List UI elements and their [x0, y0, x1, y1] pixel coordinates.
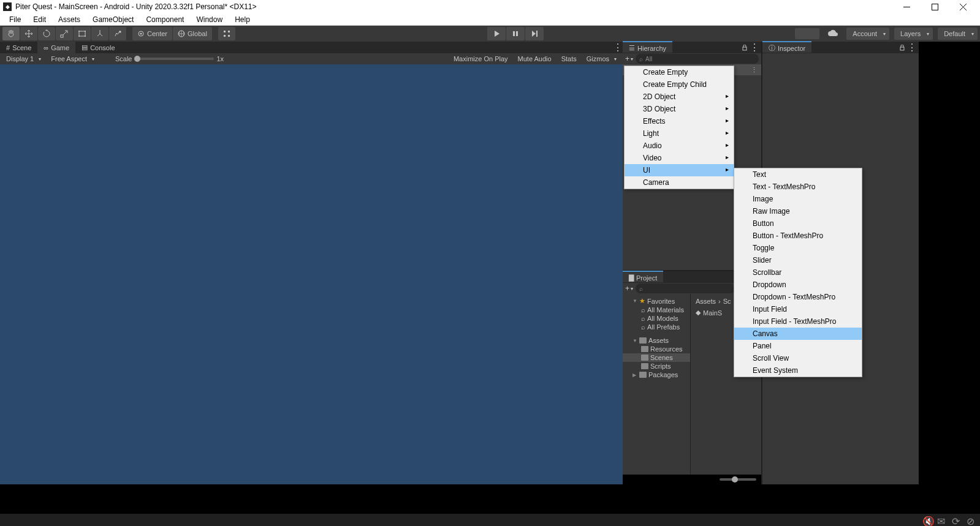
step-button[interactable]	[525, 27, 544, 40]
scale-tool-button[interactable]	[56, 27, 73, 40]
all-prefabs-item[interactable]: ⌕All Prefabs	[623, 323, 690, 331]
ctx-item-text[interactable]: Text	[734, 168, 862, 181]
pivot-center-button[interactable]: Center	[132, 27, 172, 40]
stats-toggle[interactable]: Stats	[558, 55, 580, 62]
panel-menu-button[interactable]: ⋮	[750, 43, 759, 52]
resources-item[interactable]: Resources	[623, 345, 690, 353]
hand-tool-button[interactable]	[2, 27, 20, 40]
ctx-item-effects[interactable]: Effects	[625, 115, 734, 127]
ctx-item-scroll-view[interactable]: Scroll View	[734, 352, 862, 364]
ctx-item-input-field-textmeshpro[interactable]: Input Field - TextMeshPro	[734, 315, 862, 328]
ctx-item-3d-object[interactable]: 3D Object	[625, 103, 734, 115]
menu-edit[interactable]: Edit	[27, 14, 52, 25]
move-tool-button[interactable]	[20, 27, 37, 40]
svg-rect-2	[79, 31, 85, 36]
scripts-item[interactable]: Scripts	[623, 362, 690, 370]
folder-icon	[641, 363, 648, 369]
status-icon-1[interactable]: 🔇	[922, 516, 931, 524]
maximize-on-play-toggle[interactable]: Maximize On Play	[450, 55, 512, 62]
scene-menu-button[interactable]: ⋮	[751, 66, 758, 74]
transform-tool-button[interactable]	[91, 27, 108, 40]
rect-tool-button[interactable]	[74, 27, 91, 40]
maximize-button[interactable]	[921, 0, 949, 13]
ctx-item-2d-object[interactable]: 2D Object	[625, 91, 734, 103]
hierarchy-icon: ☰	[629, 44, 635, 52]
ctx-item-audio[interactable]: Audio	[625, 140, 734, 152]
project-add-button[interactable]: +▾	[625, 284, 633, 293]
panel-menu-button[interactable]: ⋮	[908, 43, 916, 52]
ctx-item-camera[interactable]: Camera	[625, 176, 734, 189]
project-tab[interactable]: ▇ Project	[623, 271, 663, 282]
ctx-item-text-textmeshpro[interactable]: Text - TextMeshPro	[734, 181, 862, 193]
ctx-item-panel[interactable]: Panel	[734, 340, 862, 352]
ctx-item-create-empty-child[interactable]: Create Empty Child	[625, 78, 734, 91]
mute-audio-toggle[interactable]: Mute Audio	[514, 55, 555, 62]
hierarchy-search-input[interactable]: ⌕ All	[636, 54, 759, 64]
ctx-item-button[interactable]: Button	[734, 217, 862, 230]
status-icon-2[interactable]: ✉	[937, 516, 946, 524]
menu-component[interactable]: Component	[140, 14, 190, 25]
hierarchy-tab[interactable]: ☰ Hierarchy	[623, 41, 672, 53]
menu-gameobject[interactable]: GameObject	[86, 14, 140, 25]
ctx-item-create-empty[interactable]: Create Empty	[625, 66, 734, 78]
inspector-tab[interactable]: ⓘ Inspector	[762, 41, 811, 53]
all-models-item[interactable]: ⌕All Models	[623, 314, 690, 323]
scene-file-item[interactable]: MainS	[703, 309, 722, 317]
minimize-button[interactable]	[892, 0, 921, 13]
status-icon-4[interactable]: ⊘	[967, 516, 975, 524]
display-dropdown[interactable]: Display 1	[2, 55, 45, 62]
ctx-item-button-textmeshpro[interactable]: Button - TextMeshPro	[734, 230, 862, 242]
aspect-dropdown[interactable]: Free Aspect	[47, 55, 98, 62]
layers-dropdown[interactable]: Layers	[894, 28, 933, 40]
ctx-item-scrollbar[interactable]: Scrollbar	[734, 266, 862, 279]
console-tab[interactable]: ▤ Console	[75, 42, 121, 53]
all-materials-item[interactable]: ⌕All Materials	[623, 306, 690, 314]
window-title: Piter Quest - MainScreen - Android - Uni…	[15, 2, 892, 11]
play-button[interactable]	[487, 27, 506, 40]
ctx-item-slider[interactable]: Slider	[734, 254, 862, 266]
scale-slider[interactable]	[134, 58, 214, 60]
ctx-item-input-field[interactable]: Input Field	[734, 303, 862, 315]
scale-label: Scale	[115, 55, 132, 62]
project-search-input[interactable]: ⌕	[636, 284, 735, 293]
ctx-item-dropdown-textmeshpro[interactable]: Dropdown - TextMeshPro	[734, 291, 862, 303]
close-button[interactable]	[949, 0, 977, 13]
lock-icon[interactable]	[898, 43, 906, 52]
custom-tool-button[interactable]	[109, 27, 126, 40]
ctx-item-light[interactable]: Light	[625, 127, 734, 140]
ctx-item-video[interactable]: Video	[625, 152, 734, 164]
menu-file[interactable]: File	[3, 14, 27, 25]
snap-button[interactable]	[218, 27, 235, 40]
pause-button[interactable]	[506, 27, 525, 40]
project-zoom-slider[interactable]	[720, 478, 756, 481]
ctx-item-dropdown[interactable]: Dropdown	[734, 279, 862, 291]
gizmos-dropdown[interactable]: Gizmos	[583, 55, 620, 62]
status-icon-3[interactable]: ⟳	[952, 516, 960, 524]
scenes-item[interactable]: Scenes	[623, 353, 690, 362]
ctx-item-canvas[interactable]: Canvas	[734, 328, 862, 340]
assets-item[interactable]: ▼Assets	[623, 336, 690, 345]
rotate-tool-button[interactable]	[38, 27, 55, 40]
create-context-menu: Create EmptyCreate Empty Child2D Object3…	[624, 66, 734, 189]
scene-tab[interactable]: # Scene	[0, 42, 37, 53]
ctx-item-event-system[interactable]: Event System	[734, 364, 862, 377]
menu-assets[interactable]: Assets	[52, 14, 86, 25]
packages-item[interactable]: ▶Packages	[623, 370, 690, 379]
ctx-item-toggle[interactable]: Toggle	[734, 242, 862, 254]
cloud-button[interactable]	[824, 28, 841, 40]
lock-icon[interactable]	[740, 43, 749, 52]
menu-help[interactable]: Help	[229, 14, 256, 25]
folder-icon	[641, 355, 648, 361]
game-tab[interactable]: ∞ Game	[37, 42, 75, 53]
hierarchy-add-button[interactable]: +▾	[625, 54, 633, 63]
ctx-item-image[interactable]: Image	[734, 193, 862, 205]
favorites-item[interactable]: ▼★Favorites	[623, 296, 690, 306]
account-dropdown[interactable]: Account	[846, 28, 889, 40]
layout-dropdown[interactable]: Default	[938, 28, 978, 40]
pivot-global-button[interactable]: Global	[173, 27, 212, 40]
ctx-item-ui[interactable]: UI	[625, 164, 734, 176]
tab-context-menu-button[interactable]: ⋮	[613, 42, 623, 53]
collab-button[interactable]	[795, 28, 819, 39]
menu-window[interactable]: Window	[190, 14, 229, 25]
ctx-item-raw-image[interactable]: Raw Image	[734, 205, 862, 217]
